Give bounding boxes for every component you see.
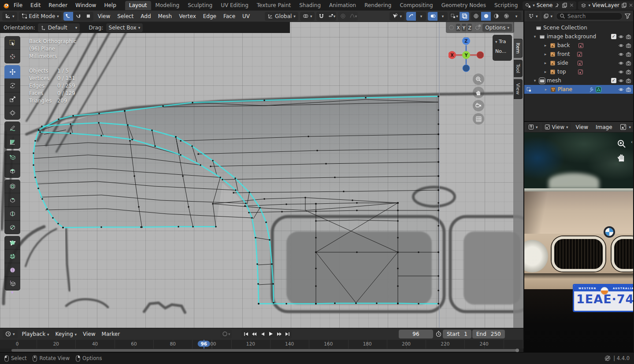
mode-selector[interactable]: Edit Mode ▾: [19, 12, 62, 21]
prev-keyframe-button[interactable]: [250, 330, 258, 338]
tool-spin[interactable]: [4, 250, 20, 263]
image-display-mode[interactable]: View ▾: [542, 123, 571, 131]
scene-name[interactable]: Scene: [537, 2, 553, 8]
tool-rotate[interactable]: [4, 79, 20, 92]
outliner-search[interactable]: Search: [556, 12, 623, 20]
tab-layout[interactable]: Layout: [125, 1, 151, 10]
scene-selector[interactable]: ▾ Scene ✕: [523, 1, 576, 10]
chevron-down-icon[interactable]: ▾: [532, 78, 538, 83]
row-image-background[interactable]: ▾ image background ✓: [524, 32, 633, 41]
tool-move[interactable]: [4, 65, 20, 79]
start-frame-field[interactable]: Start1: [443, 330, 471, 338]
tool-cursor[interactable]: [4, 50, 20, 63]
mesh-data-icon[interactable]: [596, 87, 601, 92]
overlays-dropdown[interactable]: ▾: [438, 12, 448, 21]
tool-transform[interactable]: [4, 106, 20, 120]
dropdown-icon[interactable]: ▾: [228, 332, 230, 336]
disable-render-camera-icon[interactable]: [626, 69, 631, 75]
hide-eye-icon[interactable]: [618, 69, 624, 75]
hide-eye-icon[interactable]: [618, 43, 624, 48]
play-button[interactable]: [267, 330, 275, 338]
collection-label[interactable]: Scene Collection: [543, 25, 587, 31]
pan-hand-button[interactable]: [473, 87, 484, 98]
chevron-down-icon[interactable]: ▾: [532, 34, 538, 39]
row-empty-side[interactable]: ▸ side: [524, 59, 633, 67]
next-keyframe-button[interactable]: [275, 330, 283, 338]
hide-eye-icon[interactable]: [618, 87, 624, 92]
tool-bevel[interactable]: [4, 193, 20, 207]
solid-shading-button[interactable]: [481, 12, 491, 21]
chevron-right-icon[interactable]: ▸: [543, 70, 548, 74]
drag-dropdown[interactable]: Select Box ▾: [106, 23, 143, 32]
disable-render-camera-icon[interactable]: [626, 43, 631, 48]
chevron-right-icon[interactable]: ▸: [543, 61, 548, 65]
collection-checkbox[interactable]: ✓: [611, 34, 616, 39]
tool-knife[interactable]: [4, 221, 20, 234]
tab-sculpting[interactable]: Sculpting: [184, 1, 216, 10]
editor-type-3d-viewport[interactable]: ▾: [2, 12, 17, 21]
object-label[interactable]: Plane: [558, 86, 572, 92]
menu-keying[interactable]: Keying ▾: [52, 330, 79, 338]
zoom-icon[interactable]: [616, 139, 627, 149]
jump-to-start-button[interactable]: [241, 330, 250, 338]
pin-icon[interactable]: [554, 3, 560, 8]
collection-label[interactable]: image background: [547, 33, 596, 40]
transform-orientation[interactable]: Global ▾: [265, 12, 298, 21]
editor-type-image[interactable]: ▾: [526, 123, 540, 131]
object-label[interactable]: side: [557, 60, 568, 66]
tool-smooth[interactable]: [4, 263, 20, 277]
pivot-point[interactable]: ▾: [300, 12, 315, 21]
hide-eye-icon[interactable]: [618, 60, 624, 66]
blender-logo-icon[interactable]: [3, 2, 9, 9]
viewport-3d[interactable]: Orientation: Default ▾ Drag: Select Box …: [0, 22, 523, 328]
edge-select-button[interactable]: [74, 12, 83, 21]
tool-annotate[interactable]: [4, 121, 20, 135]
shading-dropdown[interactable]: ▾: [512, 12, 521, 21]
edit-mesh-wireframe[interactable]: [0, 22, 523, 328]
chevron-right-icon[interactable]: ▸: [543, 52, 548, 56]
rendered-shading-button[interactable]: [501, 12, 511, 21]
end-frame-field[interactable]: End250: [472, 330, 505, 338]
row-empty-front[interactable]: ▸ front: [524, 50, 633, 59]
outliner-display-mode[interactable]: ▾: [541, 12, 555, 21]
row-empty-back[interactable]: ▸ back: [524, 41, 633, 50]
zoom-button[interactable]: [473, 74, 484, 85]
modifier-wrench-icon[interactable]: [588, 87, 594, 92]
mirror-y-button[interactable]: Y: [462, 24, 466, 31]
menu-face[interactable]: Face: [221, 12, 238, 20]
tab-scripting[interactable]: Scripting: [490, 1, 522, 10]
snap-magnet-icon[interactable]: [316, 12, 326, 21]
hide-eye-icon[interactable]: [618, 51, 624, 57]
collection-label[interactable]: mesh: [547, 77, 561, 84]
material-preview-button[interactable]: [491, 12, 501, 21]
delete-scene-icon[interactable]: ✕: [569, 2, 574, 8]
tab-compositing[interactable]: Compositing: [396, 1, 437, 10]
tab-rendering[interactable]: Rendering: [360, 1, 395, 10]
image-editor-canvas[interactable]: WESTERN AUSTRALIA 1EAE·740 ‹: [524, 132, 633, 352]
tab-tool[interactable]: Tool: [514, 60, 523, 77]
show-gizmo-dropdown[interactable]: ▾: [389, 12, 404, 21]
timeline-scroll-track[interactable]: [0, 349, 523, 352]
menu-file[interactable]: File: [10, 1, 26, 9]
vertex-select-button[interactable]: [63, 12, 73, 21]
orientation-dropdown[interactable]: Default ▾: [38, 23, 80, 32]
hide-eye-icon[interactable]: [618, 78, 624, 84]
tab-shading[interactable]: Shading: [295, 1, 325, 10]
options-dropdown[interactable]: Options ▾: [482, 24, 512, 32]
tab-item[interactable]: Item: [514, 39, 523, 58]
menu-render[interactable]: Render: [45, 1, 71, 9]
play-reverse-button[interactable]: [258, 330, 267, 338]
toolbar-more-indicator[interactable]: ▼: [4, 290, 20, 295]
stopwatch-icon[interactable]: [435, 331, 442, 337]
row-plane-selected[interactable]: ▸ Plane: [524, 85, 633, 94]
viewlayer-name[interactable]: ViewLayer: [592, 2, 619, 8]
menu-window[interactable]: Window: [72, 1, 100, 9]
menu-playback[interactable]: Playback ▾: [19, 330, 52, 338]
tool-inset-faces[interactable]: [4, 180, 20, 193]
menu-tl-view[interactable]: View: [80, 330, 98, 338]
mirror-z-button[interactable]: Z: [467, 24, 472, 31]
tab-animation[interactable]: Animation: [325, 1, 360, 10]
menu-select[interactable]: Select: [115, 12, 136, 20]
tool-loop-cut[interactable]: [4, 207, 20, 221]
tab-uv-editing[interactable]: UV Editing: [217, 1, 252, 10]
